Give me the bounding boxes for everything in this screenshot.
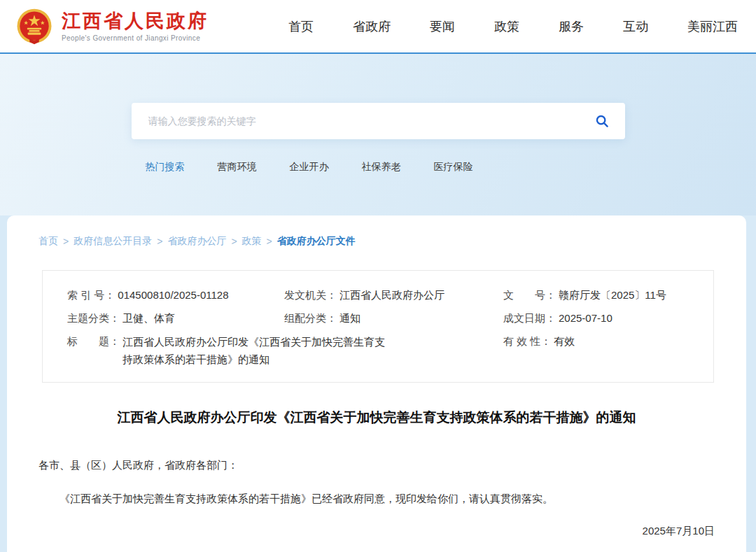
breadcrumb-separator: > bbox=[157, 236, 162, 247]
meta-issue-date-value: 2025-07-10 bbox=[556, 311, 612, 325]
meta-document-number: 文 号： 赣府厅发〔2025〕11号 bbox=[503, 288, 706, 302]
meta-document-number-label: 文 号： bbox=[503, 288, 556, 302]
breadcrumb-separator: > bbox=[231, 236, 237, 247]
meta-issuing-organ-value: 江西省人民政府办公厅 bbox=[337, 288, 444, 302]
nav-item-policy[interactable]: 政策 bbox=[494, 18, 519, 35]
hot-search-item-business-env[interactable]: 营商环境 bbox=[218, 161, 257, 174]
meta-issuing-organ-label: 发文机关： bbox=[284, 288, 337, 302]
nav-item-interaction[interactable]: 互动 bbox=[623, 18, 648, 35]
breadcrumb-separator: > bbox=[63, 236, 69, 247]
search-box bbox=[132, 103, 625, 139]
search-icon bbox=[594, 113, 610, 129]
breadcrumb-home[interactable]: 首页 bbox=[38, 235, 58, 248]
nav-item-home[interactable]: 首页 bbox=[288, 18, 314, 35]
meta-title-label: 标 题： bbox=[67, 334, 120, 348]
breadcrumb-policy[interactable]: 政策 bbox=[242, 235, 262, 248]
site-header: 江西省人民政府 People's Government of Jiangxi P… bbox=[0, 0, 756, 54]
meta-topic-category-label: 主题分类： bbox=[67, 311, 120, 325]
meta-index-number: 索 引 号： 014500810/2025-01128 bbox=[67, 288, 284, 302]
document-date: 2025年7月10日 bbox=[38, 523, 715, 539]
hot-search-item-social-security[interactable]: 社保养老 bbox=[362, 161, 401, 174]
logo-text: 江西省人民政府 People's Government of Jiangxi P… bbox=[62, 10, 209, 41]
document-paragraph: 《江西省关于加快完善生育支持政策体系的若干措施》已经省政府同意，现印发给你们，请… bbox=[38, 491, 715, 507]
hot-search-row: 热门搜索 营商环境 企业开办 社保养老 医疗保险 bbox=[132, 161, 625, 174]
main-nav: 首页 省政府 要闻 政策 服务 互动 美丽江西 bbox=[288, 18, 743, 35]
meta-group-category: 组配分类： 通知 bbox=[284, 311, 503, 325]
site-subtitle: People's Government of Jiangxi Province bbox=[62, 34, 209, 42]
national-emblem-icon bbox=[15, 8, 53, 45]
page: 江西省人民政府 People's Government of Jiangxi P… bbox=[0, 0, 756, 552]
breadcrumb-separator: > bbox=[267, 236, 272, 247]
meta-issue-date-label: 成文日期： bbox=[503, 311, 556, 325]
meta-document-number-value: 赣府厅发〔2025〕11号 bbox=[556, 288, 666, 302]
document-title: 江西省人民政府办公厅印发《江西省关于加快完善生育支持政策体系的若干措施》的通知 bbox=[38, 409, 715, 427]
hot-search-item-medical-insurance[interactable]: 医疗保险 bbox=[434, 161, 473, 174]
meta-title-value: 江西省人民政府办公厅印发《江西省关于加快完善生育支持政策体系的若干措施》的通知 bbox=[120, 333, 393, 368]
nav-item-provincial-gov[interactable]: 省政府 bbox=[353, 18, 391, 35]
nav-item-services[interactable]: 服务 bbox=[559, 18, 584, 35]
meta-topic-category: 主题分类： 卫健、体育 bbox=[67, 311, 284, 325]
meta-title: 标 题： 江西省人民政府办公厅印发《江西省关于加快完善生育支持政策体系的若干措施… bbox=[67, 334, 503, 368]
meta-validity-value: 有效 bbox=[551, 334, 575, 348]
meta-validity: 有 效 性： 有效 bbox=[503, 334, 706, 368]
nav-item-news[interactable]: 要闻 bbox=[430, 18, 455, 35]
meta-topic-category-value: 卫健、体育 bbox=[120, 311, 175, 325]
hot-search-item-company-setup[interactable]: 企业开办 bbox=[290, 161, 329, 174]
banner: 热门搜索 营商环境 企业开办 社保养老 医疗保险 bbox=[0, 54, 756, 215]
meta-index-number-value: 014500810/2025-01128 bbox=[115, 288, 228, 302]
nav-item-beautiful-jiangxi[interactable]: 美丽江西 bbox=[687, 18, 738, 35]
breadcrumb: 首页 > 政府信息公开目录 > 省政府办公厅 > 政策 > 省政府办公厅文件 bbox=[38, 235, 715, 248]
document-salutation: 各市、县（区）人民政府，省政府各部门： bbox=[38, 458, 715, 473]
site-title: 江西省人民政府 bbox=[62, 10, 209, 32]
document-meta-box: 索 引 号： 014500810/2025-01128 发文机关： 江西省人民政… bbox=[42, 270, 714, 383]
document-meta-grid: 索 引 号： 014500810/2025-01128 发文机关： 江西省人民政… bbox=[67, 288, 706, 368]
meta-issue-date: 成文日期： 2025-07-10 bbox=[503, 311, 706, 325]
breadcrumb-current[interactable]: 省政府办公厅文件 bbox=[277, 235, 356, 248]
meta-issuing-organ: 发文机关： 江西省人民政府办公厅 bbox=[284, 288, 503, 302]
breadcrumb-general-office[interactable]: 省政府办公厅 bbox=[167, 235, 226, 248]
breadcrumb-info-directory[interactable]: 政府信息公开目录 bbox=[74, 235, 152, 248]
hot-search-label: 热门搜索 bbox=[146, 161, 185, 174]
site-logo[interactable]: 江西省人民政府 People's Government of Jiangxi P… bbox=[15, 8, 209, 45]
meta-index-number-label: 索 引 号： bbox=[67, 288, 115, 302]
meta-group-category-label: 组配分类： bbox=[284, 311, 337, 325]
document-body: 各市、县（区）人民政府，省政府各部门： 《江西省关于加快完善生育支持政策体系的若… bbox=[38, 458, 715, 552]
meta-validity-label: 有 效 性： bbox=[503, 334, 551, 348]
content-card: 首页 > 政府信息公开目录 > 省政府办公厅 > 政策 > 省政府办公厅文件 索… bbox=[7, 215, 746, 552]
meta-group-category-value: 通知 bbox=[337, 311, 360, 325]
search-input[interactable] bbox=[148, 115, 594, 127]
search-button[interactable] bbox=[594, 113, 610, 129]
